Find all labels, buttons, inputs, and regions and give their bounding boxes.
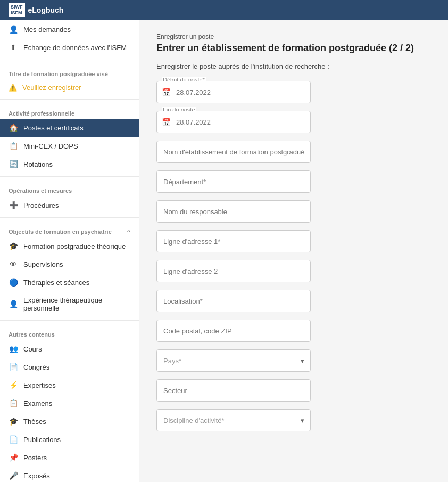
logo-text: eLogbuch [28, 6, 64, 14]
localisation-input[interactable] [156, 290, 311, 312]
clipboard-icon: 📋 [9, 142, 18, 150]
form-group-code-postal [156, 320, 431, 342]
page-description: Enregistrer le poste auprès de l'institu… [156, 62, 431, 70]
form-group-discipline: Discipline d'activité* [156, 409, 431, 431]
sidebar-item-cours[interactable]: 👥 Cours [0, 340, 139, 358]
section-operations: Opérations et mesures [0, 180, 139, 196]
logo: SIWF ISFM eLogbuch [9, 3, 63, 17]
sidebar-label-procedures: Procédures [23, 201, 59, 209]
sidebar-item-posters[interactable]: 📌 Posters [0, 448, 139, 467]
pays-wrapper: Pays* [156, 349, 311, 372]
sidebar-item-postes[interactable]: 🏠 Postes et certificats [0, 119, 139, 137]
doc-icon: 📄 [9, 363, 18, 371]
sidebar-label-postes: Postes et certificats [23, 124, 84, 132]
form-group-adresse1 [156, 230, 431, 252]
sidebar-item-procedures[interactable]: ➕ Procédures [0, 196, 139, 214]
sidebar-label-publications: Publications [23, 436, 61, 444]
sidebar-item-mes-demandes[interactable]: 👤 Mes demandes [0, 20, 139, 38]
sidebar-item-formation-theorique[interactable]: 🎓 Formation postgraduée théorique [0, 237, 139, 255]
sidebar-label-mes-demandes: Mes demandes [23, 26, 71, 34]
chevron-up-icon: ^ [127, 228, 130, 235]
form-group-responsable [156, 200, 431, 223]
sidebar-label-mini-cex: Mini-CEX / DOPS [23, 142, 78, 150]
section-objectifs-label: Objectifs de formation en psychiatrie [9, 228, 112, 235]
logo-box: SIWF ISFM [9, 3, 25, 17]
sidebar-item-examens[interactable]: 📋 Examens [0, 394, 139, 412]
fin-input[interactable] [156, 111, 311, 133]
fin-input-wrapper: 📅 [156, 111, 311, 133]
exam-icon: 📋 [9, 399, 18, 407]
sidebar-label-rotations: Rotations [23, 160, 53, 168]
warning-icon: ⚠️ [9, 84, 17, 92]
circle-icon: 🔵 [9, 278, 18, 287]
form-group-fin: Fin du poste 📅 [156, 111, 431, 133]
sidebar-label-formation-theorique: Formation postgraduée théorique [23, 242, 126, 250]
calendar-icon-debut: 📅 [162, 88, 171, 96]
sidebar-label-experience: Expérience thérapeutique personnelle [23, 296, 130, 312]
sidebar-item-therapies[interactable]: 🔵 Thérapies et séances [0, 273, 139, 291]
page-subtitle: Enregistrer un poste [156, 33, 431, 40]
plus-icon: ➕ [9, 201, 18, 209]
form-group-departement [156, 170, 431, 193]
pays-select[interactable]: Pays* [156, 349, 311, 372]
mic-icon: 🎤 [9, 471, 18, 480]
publication-icon: 📄 [9, 435, 18, 444]
sidebar-item-experience[interactable]: 👤 Expérience thérapeutique personnelle [0, 291, 139, 317]
form-group-etablissement [156, 141, 431, 163]
sidebar-item-mini-cex[interactable]: 📋 Mini-CEX / DOPS [0, 137, 139, 155]
form-group-debut: Début du poste* 📅 [156, 81, 431, 103]
sidebar-item-exposes[interactable]: 🎤 Exposés [0, 467, 139, 482]
form-group-adresse2 [156, 260, 431, 282]
sidebar-label-theses: Thèses [23, 418, 46, 426]
form-group-localisation [156, 290, 431, 312]
secteur-input[interactable] [156, 379, 311, 402]
sidebar-item-publications[interactable]: 📄 Publications [0, 430, 139, 448]
sidebar: 👤 Mes demandes ⬆ Echange de données avec… [0, 20, 139, 482]
bolt-icon: ⚡ [9, 381, 18, 389]
main-layout: 👤 Mes demandes ⬆ Echange de données avec… [0, 20, 448, 482]
sidebar-item-expertises[interactable]: ⚡ Expertises [0, 376, 139, 394]
sidebar-label-cours: Cours [23, 345, 42, 353]
etablissement-input[interactable] [156, 141, 311, 163]
sidebar-item-congres[interactable]: 📄 Congrès [0, 358, 139, 376]
poster-icon: 📌 [9, 453, 18, 462]
responsable-input[interactable] [156, 200, 311, 223]
section-titre: Titre de formation postgraduée visé [0, 63, 139, 79]
graduation-icon: 🎓 [9, 242, 18, 250]
group-icon: 👥 [9, 345, 18, 353]
main-content: Enregistrer un poste Entrer un établisse… [139, 20, 448, 482]
person-icon: 👤 [9, 25, 18, 34]
sidebar-item-echange[interactable]: ⬆ Echange de données avec l'ISFM [0, 38, 139, 56]
sidebar-label-congres: Congrès [23, 363, 49, 371]
section-activite: Activité professionnelle [0, 103, 139, 119]
sidebar-item-rotations[interactable]: 🔄 Rotations [0, 155, 139, 173]
discipline-wrapper: Discipline d'activité* [156, 409, 311, 431]
debut-input-wrapper: 📅 [156, 81, 311, 103]
sidebar-item-supervisions[interactable]: 👁 Supervisions [0, 255, 139, 273]
warning-item: ⚠️ Veuillez enregistrer [0, 79, 139, 96]
fin-wrapper: Fin du poste 📅 [156, 111, 311, 133]
sidebar-label-exposes: Exposés [23, 472, 50, 480]
calendar-icon-fin: 📅 [162, 118, 171, 126]
page-title: Entrer un établissement de formation pos… [156, 43, 431, 54]
sidebar-item-theses[interactable]: 🎓 Thèses [0, 412, 139, 430]
sidebar-label-posters: Posters [23, 454, 47, 462]
rotate-icon: 🔄 [9, 160, 18, 168]
form-group-pays: Pays* [156, 349, 431, 372]
departement-input[interactable] [156, 170, 311, 193]
thesis-icon: 🎓 [9, 417, 18, 426]
upload-icon: ⬆ [9, 43, 18, 52]
form-group-secteur [156, 379, 431, 402]
code-postal-input[interactable] [156, 320, 311, 342]
sidebar-label-examens: Examens [23, 399, 52, 407]
adresse1-input[interactable] [156, 230, 311, 252]
adresse2-input[interactable] [156, 260, 311, 282]
debut-input[interactable] [156, 81, 311, 103]
sidebar-label-echange: Echange de données avec l'ISFM [23, 44, 127, 52]
sidebar-label-expertises: Expertises [23, 381, 56, 389]
discipline-select[interactable]: Discipline d'activité* [156, 409, 311, 431]
section-autres: Autres contenus [0, 324, 139, 340]
top-navigation: SIWF ISFM eLogbuch [0, 0, 448, 20]
eye-icon: 👁 [9, 260, 18, 268]
debut-wrapper: Début du poste* 📅 [156, 81, 311, 103]
